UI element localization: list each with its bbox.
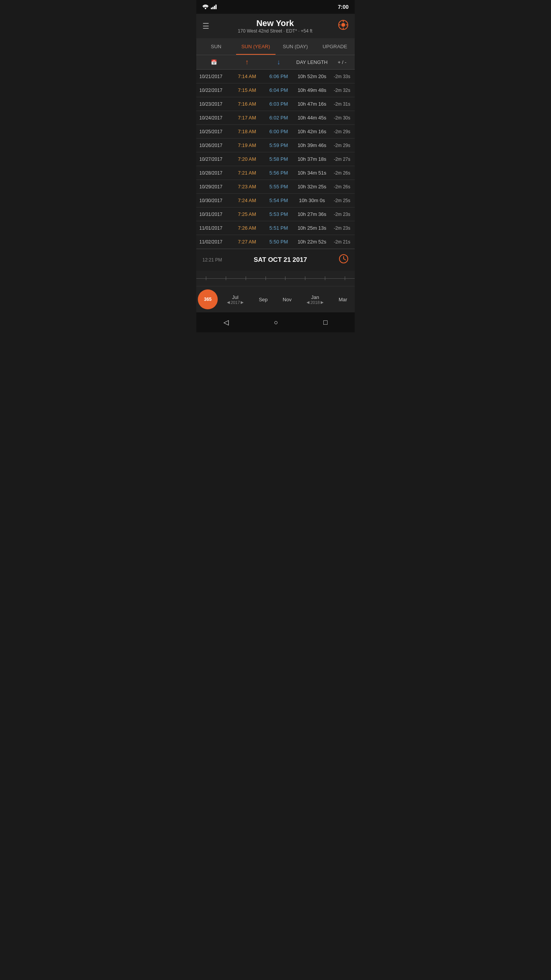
cell-sunset: 5:59 PM bbox=[263, 142, 295, 148]
table-row[interactable]: 10/22/2017 7:15 AM 6:04 PM 10h 49m 48s -… bbox=[196, 83, 355, 97]
cell-sunset: 5:55 PM bbox=[263, 184, 295, 189]
cell-date: 10/23/2017 bbox=[196, 101, 231, 107]
cell-daylength: 10h 44m 45s bbox=[295, 115, 329, 121]
table-row[interactable]: 10/26/2017 7:19 AM 5:59 PM 10h 39m 46s -… bbox=[196, 139, 355, 152]
nav-month-item[interactable]: Jul ◀2017▶ bbox=[227, 294, 244, 305]
cell-sunrise: 7:15 AM bbox=[231, 87, 263, 93]
cell-change: -2m 32s bbox=[329, 88, 355, 93]
cell-sunrise: 7:20 AM bbox=[231, 156, 263, 162]
clock-icon[interactable] bbox=[339, 254, 349, 266]
nav-circle-365[interactable]: 365 bbox=[198, 289, 218, 309]
cell-daylength: 10h 52m 20s bbox=[295, 74, 329, 79]
tab-upgrade[interactable]: UPGRADE bbox=[315, 38, 355, 55]
table-row[interactable]: 11/02/2017 7:27 AM 5:50 PM 10h 22m 52s -… bbox=[196, 235, 355, 249]
back-button[interactable]: ◁ bbox=[223, 318, 229, 327]
recent-button[interactable]: □ bbox=[323, 318, 328, 327]
cell-daylength: 10h 30m 0s bbox=[295, 198, 329, 203]
tab-sun-day[interactable]: SUN (DAY) bbox=[276, 38, 315, 55]
cell-sunrise: 7:19 AM bbox=[231, 142, 263, 148]
location-subtitle: 170 West 42nd Street · EDT* · +54 ft bbox=[212, 28, 338, 34]
tick-mark bbox=[345, 276, 345, 280]
cell-date: 11/01/2017 bbox=[196, 225, 231, 231]
cell-date: 10/25/2017 bbox=[196, 129, 231, 134]
cell-sunrise: 7:14 AM bbox=[231, 74, 263, 79]
wifi-icon bbox=[202, 5, 209, 9]
table-row[interactable]: 10/29/2017 7:23 AM 5:55 PM 10h 32m 25s -… bbox=[196, 180, 355, 194]
cell-sunrise: 7:17 AM bbox=[231, 115, 263, 121]
table-row[interactable]: 10/25/2017 7:18 AM 6:00 PM 10h 42m 16s -… bbox=[196, 125, 355, 139]
cell-date: 10/27/2017 bbox=[196, 157, 231, 162]
cell-sunset: 6:03 PM bbox=[263, 101, 295, 107]
cell-change: -2m 23s bbox=[329, 212, 355, 217]
table-row[interactable]: 10/31/2017 7:25 AM 5:53 PM 10h 27m 36s -… bbox=[196, 207, 355, 221]
svg-line-9 bbox=[344, 259, 346, 260]
table-row[interactable]: 10/27/2017 7:20 AM 5:58 PM 10h 37m 18s -… bbox=[196, 152, 355, 166]
sunset-arrow-icon: ↓ bbox=[277, 58, 280, 66]
nav-month-item[interactable]: Mar bbox=[339, 297, 347, 302]
cell-date: 10/21/2017 bbox=[196, 74, 231, 79]
tick-mark bbox=[226, 276, 226, 280]
cell-daylength: 10h 39m 46s bbox=[295, 142, 329, 148]
next-arrow-icon: ▶ bbox=[321, 300, 324, 304]
cell-sunset: 6:00 PM bbox=[263, 129, 295, 134]
svg-point-0 bbox=[205, 8, 206, 9]
cell-change: -2m 33s bbox=[329, 74, 355, 79]
timeline-ticks bbox=[196, 271, 355, 286]
cell-sunset: 5:50 PM bbox=[263, 239, 295, 245]
menu-icon[interactable]: ☰ bbox=[202, 21, 209, 31]
nav-month-label: Jul bbox=[227, 294, 244, 300]
tab-sun-year[interactable]: SUN (YEAR) bbox=[236, 38, 276, 55]
cell-date: 11/02/2017 bbox=[196, 239, 231, 245]
cell-sunset: 5:56 PM bbox=[263, 170, 295, 176]
nav-month-item[interactable]: Nov bbox=[283, 297, 292, 302]
cell-change: -2m 25s bbox=[329, 198, 355, 203]
tab-bar: SUN SUN (YEAR) SUN (DAY) UPGRADE bbox=[196, 38, 355, 55]
cell-sunset: 5:54 PM bbox=[263, 198, 295, 203]
cell-sunrise: 7:27 AM bbox=[231, 239, 263, 245]
nav-month-label: Jan bbox=[306, 294, 323, 300]
status-icons bbox=[202, 5, 217, 9]
status-bar: 7:00 bbox=[196, 0, 355, 14]
cell-daylength: 10h 37m 18s bbox=[295, 156, 329, 162]
table-row[interactable]: 10/24/2017 7:17 AM 6:02 PM 10h 44m 45s -… bbox=[196, 111, 355, 125]
cell-sunrise: 7:25 AM bbox=[231, 211, 263, 217]
cell-sunset: 5:53 PM bbox=[263, 211, 295, 217]
cell-sunrise: 7:16 AM bbox=[231, 101, 263, 107]
nav-month-item[interactable]: Sep bbox=[259, 297, 267, 302]
cell-sunset: 5:58 PM bbox=[263, 156, 295, 162]
cell-sunrise: 7:18 AM bbox=[231, 129, 263, 134]
header-left: ☰ bbox=[202, 21, 209, 31]
cell-date: 10/28/2017 bbox=[196, 170, 231, 176]
cell-date: 10/26/2017 bbox=[196, 143, 231, 148]
cell-daylength: 10h 25m 13s bbox=[295, 225, 329, 231]
tick-mark bbox=[285, 276, 285, 280]
cell-sunrise: 7:21 AM bbox=[231, 170, 263, 176]
svg-point-2 bbox=[341, 23, 345, 27]
cell-daylength: 10h 49m 48s bbox=[295, 87, 329, 93]
cell-date: 10/30/2017 bbox=[196, 198, 231, 203]
month-nav: 365 Jul ◀2017▶ Sep Nov Jan ◀2018▶ Mar bbox=[196, 286, 355, 312]
header: ☰ New York 170 West 42nd Street · EDT* ·… bbox=[196, 14, 355, 38]
cell-sunset: 6:06 PM bbox=[263, 74, 295, 79]
table-row[interactable]: 11/01/2017 7:26 AM 5:51 PM 10h 25m 13s -… bbox=[196, 221, 355, 235]
cell-daylength: 10h 27m 36s bbox=[295, 211, 329, 217]
prev-arrow-icon: ◀ bbox=[227, 300, 230, 304]
nav-month-item[interactable]: Jan ◀2018▶ bbox=[306, 294, 323, 305]
table-row[interactable]: 10/23/2017 7:16 AM 6:03 PM 10h 47m 16s -… bbox=[196, 97, 355, 111]
sunrise-arrow-icon: ↑ bbox=[245, 58, 249, 66]
table-row[interactable]: 10/21/2017 7:14 AM 6:06 PM 10h 52m 20s -… bbox=[196, 70, 355, 83]
timeline-bar[interactable] bbox=[196, 271, 355, 286]
cell-date: 10/24/2017 bbox=[196, 115, 231, 121]
prev-arrow-icon: ◀ bbox=[306, 300, 310, 304]
cell-date: 10/29/2017 bbox=[196, 184, 231, 189]
tick-mark bbox=[266, 276, 266, 280]
tab-sun[interactable]: SUN bbox=[196, 38, 236, 55]
cell-change: -2m 26s bbox=[329, 170, 355, 176]
tick-mark bbox=[325, 276, 325, 280]
home-button[interactable]: ○ bbox=[274, 318, 278, 327]
status-time: 7:00 bbox=[338, 4, 349, 10]
cell-daylength: 10h 47m 16s bbox=[295, 101, 329, 107]
table-row[interactable]: 10/30/2017 7:24 AM 5:54 PM 10h 30m 0s -2… bbox=[196, 194, 355, 207]
location-icon[interactable] bbox=[338, 20, 349, 33]
table-row[interactable]: 10/28/2017 7:21 AM 5:56 PM 10h 34m 51s -… bbox=[196, 166, 355, 180]
